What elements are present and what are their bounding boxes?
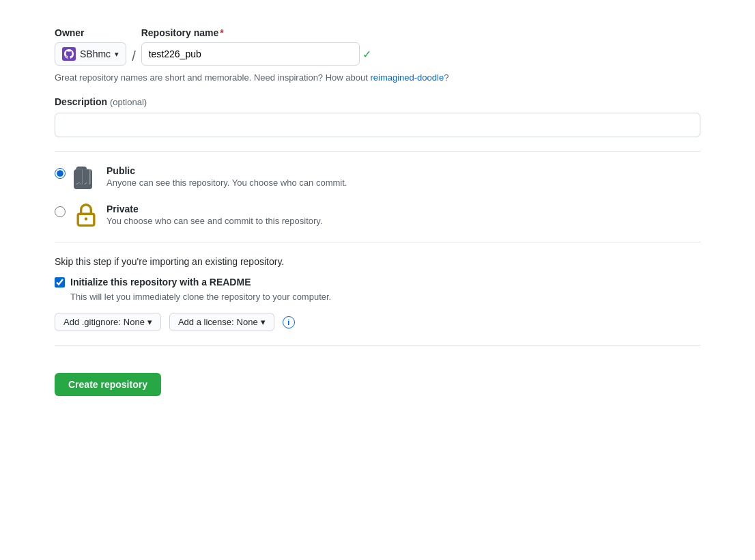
- dropdowns-row: Add .gitignore: None ▾ Add a license: No…: [55, 313, 700, 331]
- skip-text: Skip this step if you're importing an ex…: [55, 256, 700, 267]
- description-label: Description (optional): [55, 96, 700, 107]
- description-section: Description (optional): [55, 96, 700, 137]
- owner-name: SBhmc: [80, 48, 111, 59]
- repo-name-label: Repository name*: [141, 27, 371, 38]
- required-indicator: *: [220, 27, 223, 38]
- private-repo-icon: [74, 204, 98, 228]
- public-label: Public: [106, 165, 347, 176]
- initialize-section: Skip this step if you're importing an ex…: [55, 256, 700, 331]
- gitignore-value: None: [124, 317, 145, 327]
- owner-repo-row: Owner SBhmc ▾ / Repository name* ✓: [55, 27, 700, 66]
- optional-label: (optional): [110, 97, 147, 107]
- private-option: Private You choose who can see and commi…: [55, 204, 700, 228]
- readme-checkbox-row: Initialize this repository with a README: [55, 277, 700, 288]
- private-description: You choose who can see and commit to thi…: [106, 216, 323, 226]
- public-radio[interactable]: [55, 168, 66, 179]
- owner-label: Owner: [55, 27, 126, 38]
- visibility-section: Public Anyone can see this repository. Y…: [55, 165, 700, 228]
- readme-description: This will let you immediately clone the …: [70, 292, 700, 302]
- repo-name-field-group: Repository name* ✓: [141, 27, 371, 66]
- repo-name-hint: Great repository names are short and mem…: [55, 72, 700, 83]
- owner-avatar: [62, 47, 76, 61]
- create-repository-page: Owner SBhmc ▾ / Repository name* ✓: [0, 0, 755, 423]
- valid-check-icon: ✓: [362, 48, 371, 61]
- owner-repo-separator: /: [132, 48, 136, 66]
- repo-name-input[interactable]: [141, 42, 360, 66]
- gitignore-chevron-icon: ▾: [147, 317, 152, 327]
- readme-checkbox[interactable]: [55, 277, 65, 288]
- gitignore-dropdown[interactable]: Add .gitignore: None ▾: [55, 313, 161, 331]
- license-dropdown[interactable]: Add a license: None ▾: [169, 313, 274, 331]
- license-value: None: [237, 317, 258, 327]
- readme-section: Initialize this repository with a README…: [55, 277, 700, 302]
- owner-chevron-icon: ▾: [115, 50, 119, 59]
- divider-3: [55, 345, 700, 346]
- description-input[interactable]: [55, 113, 700, 137]
- private-option-content: Private You choose who can see and commi…: [106, 204, 323, 226]
- public-repo-icon: [74, 165, 98, 190]
- divider-2: [55, 242, 700, 242]
- readme-label[interactable]: Initialize this repository with a README: [70, 277, 251, 288]
- public-option: Public Anyone can see this repository. Y…: [55, 165, 700, 190]
- gitignore-label: Add .gitignore:: [63, 317, 121, 327]
- divider-1: [55, 151, 700, 152]
- owner-dropdown[interactable]: SBhmc ▾: [55, 42, 126, 66]
- public-option-content: Public Anyone can see this repository. Y…: [106, 165, 347, 188]
- private-radio[interactable]: [55, 206, 66, 217]
- owner-field-group: Owner SBhmc ▾: [55, 27, 126, 66]
- public-description: Anyone can see this repository. You choo…: [106, 178, 347, 188]
- license-label: Add a license:: [178, 317, 234, 327]
- private-label: Private: [106, 204, 323, 214]
- license-chevron-icon: ▾: [261, 317, 266, 327]
- suggestion-link[interactable]: reimagined-doodle: [370, 72, 444, 83]
- create-repository-button[interactable]: Create repository: [55, 373, 161, 396]
- license-info-icon[interactable]: i: [283, 316, 295, 328]
